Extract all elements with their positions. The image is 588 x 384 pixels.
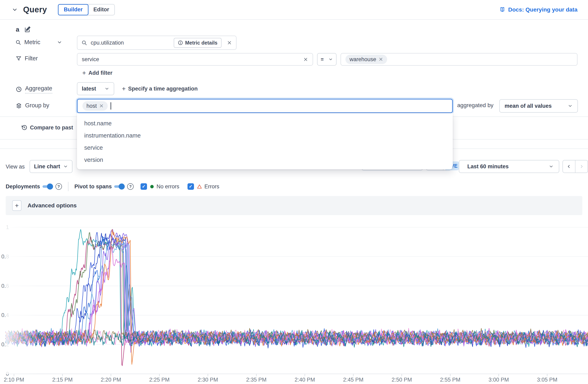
x-axis-tick-label: 2:50 PM bbox=[392, 377, 412, 383]
time-nav-group bbox=[563, 160, 588, 173]
filter-value-chip[interactable]: warehouse ✕ bbox=[345, 55, 387, 64]
advanced-options-expand-button[interactable]: + bbox=[12, 200, 21, 211]
time-forward-button-disabled[interactable] bbox=[575, 160, 588, 172]
specify-time-aggregation-label: Specify a time aggregation bbox=[128, 86, 198, 92]
tab-editor[interactable]: Editor bbox=[88, 4, 114, 15]
group-by-options-dropdown: host.nameinstrumentation.nameservicevers… bbox=[77, 113, 453, 169]
error-triangle-icon bbox=[197, 184, 202, 189]
search-icon bbox=[81, 40, 87, 45]
chart-series-series-2 bbox=[6, 237, 588, 366]
tab-builder[interactable]: Builder bbox=[58, 4, 88, 15]
collapse-chevron-icon[interactable] bbox=[12, 7, 18, 13]
clock-icon bbox=[16, 86, 22, 92]
metric-row-label-text: Metric bbox=[24, 39, 40, 45]
group-by-option-instrumentation.name[interactable]: instrumentation.name bbox=[77, 129, 453, 142]
group-by-option-host.name[interactable]: host.name bbox=[77, 117, 453, 129]
aggregate-row-label: Aggregate bbox=[16, 85, 52, 94]
x-axis-tick-label: 2:45 PM bbox=[343, 377, 364, 383]
view-as-label: View as bbox=[6, 164, 25, 170]
x-axis-tick-label: 2:40 PM bbox=[294, 377, 315, 383]
query-header: Query Builder Editor Docs: Querying your… bbox=[0, 0, 588, 20]
errors-checkbox[interactable]: ✓ bbox=[188, 183, 194, 190]
metric-details-button[interactable]: Metric details bbox=[174, 38, 222, 48]
group-by-option-service[interactable]: service bbox=[77, 142, 453, 154]
divider bbox=[68, 182, 68, 191]
x-axis-tick-label: 2:30 PM bbox=[198, 377, 218, 383]
specify-time-aggregation-button[interactable]: + Specify a time aggregation bbox=[122, 85, 198, 92]
aggregated-by-select[interactable]: mean of all values bbox=[499, 99, 578, 113]
aggregate-row-label-text: Aggregate bbox=[25, 85, 52, 94]
filter-operator-value: = bbox=[321, 57, 324, 62]
metric-clear-icon[interactable] bbox=[227, 40, 232, 45]
time-back-button[interactable] bbox=[563, 160, 575, 172]
x-axis-tick-label: 2:20 PM bbox=[101, 377, 121, 383]
compare-to-past-button[interactable]: Compare to past bbox=[21, 124, 73, 131]
layers-icon bbox=[16, 103, 22, 108]
text-cursor bbox=[110, 102, 111, 109]
metric-value: cpu.utilization bbox=[91, 40, 124, 46]
group-by-option-version[interactable]: version bbox=[77, 154, 453, 166]
filter-funnel-icon bbox=[16, 56, 21, 61]
aggregate-value: latest bbox=[82, 86, 96, 92]
aggregated-by-value: mean of all values bbox=[504, 103, 552, 109]
aggregated-by-chevron-icon bbox=[568, 104, 573, 108]
chip-remove-icon[interactable]: ✕ bbox=[99, 103, 104, 109]
metric-search-icon bbox=[15, 40, 21, 45]
view-as-select[interactable]: Line chart bbox=[30, 160, 72, 173]
deployments-label: Deployments bbox=[6, 184, 40, 190]
x-axis-tick-label: 2:15 PM bbox=[52, 377, 73, 383]
time-range-value: Last 60 minutes bbox=[467, 163, 509, 170]
x-axis-tick-label: 3:00 PM bbox=[489, 377, 509, 383]
aggregated-by-label: aggregated by bbox=[457, 102, 493, 108]
group-by-chip-label: host bbox=[86, 103, 97, 109]
errors-label: Errors bbox=[205, 184, 219, 190]
metric-search-input[interactable]: cpu.utilization Metric details bbox=[77, 36, 236, 50]
no-errors-checkbox[interactable]: ✓ bbox=[141, 183, 147, 190]
filter-value-input[interactable]: warehouse ✕ bbox=[340, 53, 577, 66]
page-title: Query bbox=[23, 5, 47, 14]
x-axis-tick-label: 2:25 PM bbox=[149, 377, 170, 383]
group-by-row-label-text: Group by bbox=[25, 102, 49, 109]
aggregate-select[interactable]: latest bbox=[77, 82, 114, 95]
view-as-chevron-icon bbox=[63, 164, 68, 169]
pivot-to-spans-label: Pivot to spans bbox=[75, 184, 112, 190]
chip-remove-icon[interactable]: ✕ bbox=[379, 56, 383, 63]
query-builder-page: Query Builder Editor Docs: Querying your… bbox=[0, 0, 588, 384]
history-icon bbox=[21, 124, 27, 131]
x-axis-tick-label: 2:35 PM bbox=[246, 377, 267, 383]
metric-row-label[interactable]: Metric bbox=[15, 39, 62, 45]
x-axis-tick-label: 3:05 PM bbox=[537, 377, 557, 383]
time-range-select[interactable]: Last 60 minutes bbox=[459, 160, 559, 173]
line-chart[interactable]: 00.20.40.60.812:10 PM(GMT+00:00)2:15 PM2… bbox=[0, 219, 588, 384]
filter-key-input[interactable]: service bbox=[77, 53, 313, 66]
no-errors-dot-icon bbox=[150, 185, 154, 188]
chart-series-series-7 bbox=[6, 239, 588, 345]
filter-operator-select[interactable]: = bbox=[317, 53, 336, 66]
x-axis-tick-label: 2:10 PM bbox=[4, 377, 24, 383]
advanced-options-strip: + Advanced options bbox=[6, 196, 582, 215]
no-errors-label: No errors bbox=[157, 184, 179, 190]
deployments-help-icon[interactable]: ? bbox=[56, 183, 62, 190]
metric-details-label: Metric details bbox=[185, 40, 217, 46]
pivot-help-icon[interactable]: ? bbox=[127, 183, 134, 190]
docs-link-label: Docs: Querying your data bbox=[508, 6, 577, 13]
query-letter-label: a bbox=[16, 26, 19, 33]
docs-link[interactable]: Docs: Querying your data bbox=[499, 6, 588, 13]
chart-options-row: Deployments ? Pivot to spans ? ✓ No erro… bbox=[6, 181, 219, 192]
info-icon bbox=[178, 40, 183, 45]
group-by-chip[interactable]: host ✕ bbox=[83, 101, 108, 111]
chart-series-series-3 bbox=[6, 233, 588, 345]
group-by-input[interactable]: host ✕ bbox=[77, 99, 453, 113]
builder-editor-segmented-control: Builder Editor bbox=[58, 4, 115, 15]
filter-row-label-text: Filter bbox=[25, 55, 38, 62]
compare-to-past-label: Compare to past bbox=[30, 125, 73, 131]
pivot-to-spans-toggle[interactable] bbox=[114, 183, 125, 190]
add-filter-button[interactable]: + Add filter bbox=[82, 70, 112, 76]
deployments-toggle[interactable] bbox=[42, 183, 53, 190]
filter-key-clear-icon[interactable] bbox=[303, 57, 308, 62]
plus-icon: + bbox=[82, 70, 86, 76]
chart-series-series-6 bbox=[6, 237, 588, 346]
edit-icon[interactable] bbox=[24, 26, 31, 33]
query-letter-row: a bbox=[16, 26, 31, 33]
time-range-chevron-icon bbox=[549, 164, 554, 169]
